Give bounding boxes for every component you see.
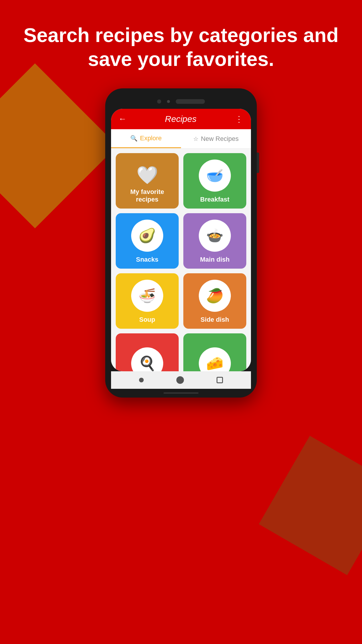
soup-image: 🍜 — [131, 280, 163, 312]
tab-new-recipes[interactable]: ☆ New Recipes — [181, 129, 251, 148]
home-nav-button[interactable] — [176, 376, 184, 384]
tab-explore[interactable]: 🔍 Explore — [111, 129, 181, 148]
main-dish-food-icon: 🍲 — [206, 228, 224, 244]
heart-icon: 🤍 — [136, 167, 158, 184]
soup-food-icon: 🍜 — [138, 288, 156, 304]
cat8-food-icon: 🧀 — [206, 355, 224, 371]
camera-dot-1 — [157, 99, 161, 104]
tab-explore-label: Explore — [140, 134, 162, 142]
category-favorites-label: My favorite recipes — [120, 188, 174, 203]
menu-button[interactable]: ⋮ — [235, 114, 244, 124]
phone-bottom-nav — [111, 371, 251, 389]
camera-dot-2 — [167, 100, 170, 103]
headline: Search recipes by categories and save yo… — [0, 23, 362, 71]
side-dish-food-icon: 🥭 — [206, 288, 224, 304]
recents-nav-button[interactable] — [217, 377, 223, 383]
main-dish-image: 🍲 — [199, 220, 231, 252]
category-snacks[interactable]: 🥑 Snacks — [116, 213, 179, 269]
cat7-image: 🍳 — [131, 347, 163, 371]
explore-search-icon: 🔍 — [130, 135, 138, 142]
category-breakfast[interactable]: 🥣 Breakfast — [183, 153, 246, 209]
category-favorites[interactable]: 🤍 My favorite recipes — [116, 153, 179, 209]
category-7[interactable]: 🍳 — [116, 333, 179, 371]
category-main-dish[interactable]: 🍲 Main dish — [183, 213, 246, 269]
phone-home-bar — [111, 389, 251, 397]
back-nav-button[interactable] — [139, 378, 144, 382]
tabs-container: 🔍 Explore ☆ New Recipes — [111, 129, 251, 148]
category-breakfast-label: Breakfast — [200, 196, 229, 203]
bg-decoration-1 — [0, 63, 117, 228]
categories-grid: 🤍 My favorite recipes 🥣 Breakfast 🥑 Snac… — [111, 148, 251, 371]
phone-frame: ← Recipes ⋮ 🔍 Explore ☆ New Recipes 🤍 My… — [105, 88, 257, 398]
home-bar-indicator — [164, 392, 198, 394]
phone-screen: ← Recipes ⋮ 🔍 Explore ☆ New Recipes 🤍 My… — [111, 109, 251, 371]
tab-new-recipes-label: New Recipes — [201, 135, 239, 143]
side-dish-image: 🥭 — [199, 280, 231, 312]
category-8[interactable]: 🧀 — [183, 333, 246, 371]
category-soup-label: Soup — [139, 316, 155, 323]
app-header: ← Recipes ⋮ — [111, 109, 251, 129]
phone-speaker — [176, 99, 205, 104]
category-main-dish-label: Main dish — [200, 256, 229, 263]
snacks-image: 🥑 — [131, 220, 163, 252]
breakfast-food-icon: 🥣 — [206, 167, 224, 184]
cat7-food-icon: 🍳 — [138, 355, 156, 371]
bg-decoration-2 — [259, 436, 362, 575]
category-side-dish-label: Side dish — [201, 316, 229, 323]
phone-side-button — [257, 153, 259, 173]
back-button[interactable]: ← — [118, 114, 126, 124]
cat8-image: 🧀 — [199, 347, 231, 371]
category-snacks-label: Snacks — [136, 256, 158, 263]
phone-top-bar — [111, 94, 251, 109]
category-side-dish[interactable]: 🥭 Side dish — [183, 273, 246, 329]
snacks-food-icon: 🥑 — [138, 228, 156, 244]
app-title: Recipes — [165, 114, 196, 124]
breakfast-image: 🥣 — [199, 160, 231, 192]
category-soup[interactable]: 🍜 Soup — [116, 273, 179, 329]
new-recipes-star-icon: ☆ — [193, 135, 198, 142]
